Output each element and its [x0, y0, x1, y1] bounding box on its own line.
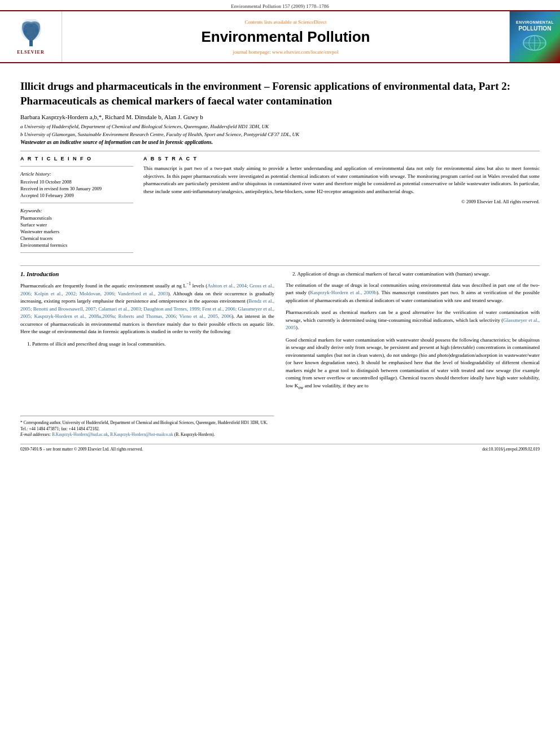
body-col-right: 2. Application of drugs as chemical mark…: [286, 270, 540, 438]
section2-p2: Pharmaceuticals used as chemical markers…: [286, 309, 540, 332]
body-divider: [20, 265, 540, 266]
section2-p3: Good chemical markers for water contamin…: [286, 337, 540, 391]
section1-p1: Pharmaceuticals are frequently found in …: [20, 281, 274, 336]
footnote-divider: [20, 416, 274, 417]
history-label: Article history:: [20, 171, 133, 177]
homepage-url[interactable]: www.elsevier.com/locate/envpol: [272, 49, 338, 55]
email-2[interactable]: B.Kasprzyk-Hordern@hot-mailco.uk: [110, 432, 173, 437]
journal-homepage: journal homepage: www.elsevier.com/locat…: [233, 49, 339, 55]
authors-line: Barbara Kasprzyk-Hordern a,b,*, Richard …: [20, 113, 540, 120]
affiliation-b: b University of Glamorgan, Sustainable E…: [20, 132, 540, 137]
authors-text: Barbara Kasprzyk-Hordern a,b,*, Richard …: [20, 113, 203, 120]
list-item-2: 2. Application of drugs as chemical mark…: [286, 270, 540, 278]
section1-heading: 1. Introduction: [20, 270, 274, 277]
journal-center: Contents lists available at ScienceDirec…: [62, 11, 509, 62]
ref-glassmeyer2005[interactable]: Glassmeyer et al., 2005: [286, 317, 540, 331]
footnote-1: * Corresponding author. University of Hu…: [20, 420, 274, 432]
sciencedirect-link-text[interactable]: ScienceDirect: [298, 19, 326, 25]
elsevier-brand-text: ELSEVIER: [17, 50, 44, 55]
journal-ref: Environmental Pollution 157 (2009) 1778–…: [231, 3, 329, 9]
article-info-label: A R T I C L E I N F O: [20, 156, 133, 161]
list-item-1: 1. Patterns of illicit and prescribed dr…: [20, 340, 274, 348]
ref-ashton[interactable]: Ashton et al., 2004; Gross et al., 2006;…: [20, 283, 274, 296]
article-info-col: A R T I C L E I N F O Article history: R…: [20, 156, 133, 257]
highlight-text: Wastewater as an indicative source of in…: [20, 139, 540, 145]
affiliation-a: a University of Huddersfield, Department…: [20, 124, 540, 129]
info-divider: [20, 166, 133, 167]
svg-point-6: [33, 34, 36, 37]
revised-date: Received in revised form 30 January 2009: [20, 186, 133, 191]
footnote-2: E-mail addresses: B.Kasprzyk-Hordern@hud…: [20, 432, 274, 438]
bottom-issn: 0269-7491/$ – see front matter © 2009 El…: [20, 447, 143, 452]
svg-point-5: [27, 35, 29, 37]
bottom-bar: 0269-7491/$ – see front matter © 2009 El…: [20, 444, 540, 452]
svg-point-2: [24, 30, 27, 33]
globe-icon: [520, 34, 549, 51]
abstract-label: A B S T R A C T: [143, 156, 540, 161]
header-divider: [20, 151, 540, 151]
footnote-area: * Corresponding author. University of Hu…: [20, 416, 274, 438]
svg-point-3: [35, 29, 38, 32]
keyword-5: Environmental forensics: [20, 242, 133, 248]
page: Environmental Pollution 157 (2009) 1778–…: [0, 0, 560, 747]
ref-kasprzyk2009b[interactable]: Kasprzyk-Hordern et al., 2009b: [310, 290, 377, 295]
journal-title: Environmental Pollution: [201, 28, 370, 46]
received-date: Received 10 October 2008: [20, 179, 133, 185]
keywords-end-divider: [20, 252, 133, 253]
ref-bendz[interactable]: Bendz et al., 2005; Benotti and Brownawe…: [20, 298, 274, 319]
bottom-doi: doi:10.1016/j.envpol.2009.02.019: [482, 447, 540, 452]
article-content: Illicit drugs and pharmaceuticals in the…: [0, 63, 560, 462]
ep-logo-text: ENVIRONMENTAL POLLUTION: [514, 18, 556, 55]
abstract-col: A B S T R A C T This manuscript is part …: [143, 156, 540, 257]
journal-ref-bar: Environmental Pollution 157 (2009) 1778–…: [0, 0, 560, 10]
elsevier-tree-icon: [14, 19, 48, 47]
article-title: Illicit drugs and pharmaceuticals in the…: [20, 79, 540, 108]
keyword-2: Surface water: [20, 222, 133, 228]
keywords-label: Keywords:: [20, 208, 133, 213]
section2-p1: The estimation of the usage of drugs in …: [286, 282, 540, 305]
svg-point-4: [29, 24, 32, 27]
elsevier-logo: ELSEVIER: [0, 11, 62, 62]
abstract-text: This manuscript is part two of a two-par…: [143, 165, 540, 195]
keyword-4: Chemical tracers: [20, 235, 133, 241]
keyword-3: Wastewater markers: [20, 229, 133, 234]
info-abstract-section: A R T I C L E I N F O Article history: R…: [20, 156, 540, 257]
accepted-date: Accepted 10 February 2009: [20, 193, 133, 198]
keyword-1: Pharmaceuticals: [20, 215, 133, 221]
copyright-notice: © 2009 Elsevier Ltd. All rights reserved…: [143, 199, 540, 204]
journal-header: ELSEVIER Contents lists available at Sci…: [0, 10, 560, 63]
keywords-divider: [20, 203, 133, 203]
body-section: 1. Introduction Pharmaceuticals are freq…: [20, 270, 540, 438]
ep-logo: ENVIRONMENTAL POLLUTION: [509, 11, 560, 62]
sciencedirect-line: Contents lists available at ScienceDirec…: [245, 19, 327, 25]
body-col-left: 1. Introduction Pharmaceuticals are freq…: [20, 270, 274, 438]
email-1[interactable]: B.Kasprzyk-Hordern@hud.ac.uk: [52, 432, 108, 437]
